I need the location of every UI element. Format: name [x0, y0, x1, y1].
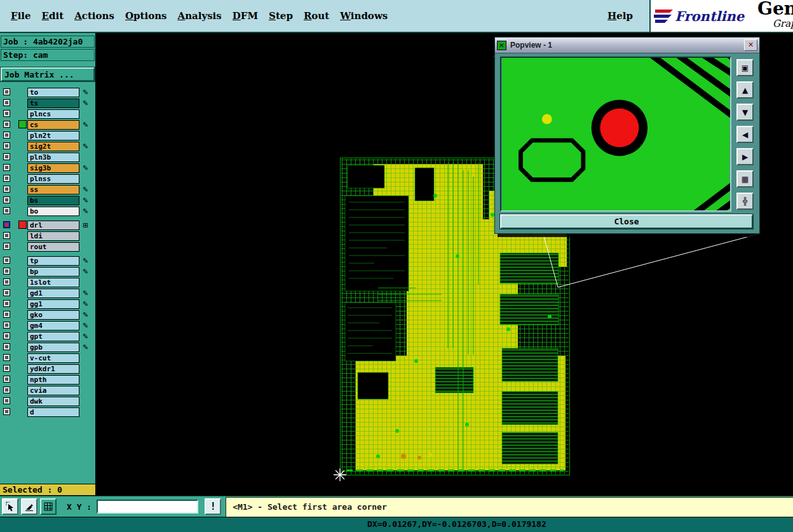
layer-row[interactable]: to ✎	[3, 88, 95, 97]
layer-visibility-checkbox[interactable]	[3, 243, 10, 250]
layer-name[interactable]: plncs	[27, 109, 79, 119]
layer-visibility-checkbox[interactable]	[3, 343, 10, 350]
popview-close-x-button[interactable]: ✕	[744, 39, 757, 51]
layer-name[interactable]: npth	[27, 375, 79, 385]
layer-row[interactable]: ldi	[3, 231, 95, 241]
layer-row[interactable]: bo ✎	[3, 207, 95, 216]
layer-row[interactable]: sig3b ✎	[3, 163, 95, 173]
layer-visibility-checkbox[interactable]	[3, 332, 10, 339]
layer-name[interactable]: bo	[27, 207, 79, 216]
menu-file[interactable]: File	[11, 10, 31, 22]
layer-visibility-checkbox[interactable]	[3, 268, 10, 275]
layer-row[interactable]: sig2t ✎	[3, 142, 95, 151]
layer-visibility-checkbox[interactable]	[3, 99, 10, 106]
layer-name[interactable]: bp	[27, 267, 79, 276]
layer-name[interactable]: bs	[27, 196, 79, 205]
layer-row[interactable]: v-cut	[3, 353, 95, 363]
layer-name[interactable]: cs	[27, 120, 79, 130]
popview-viewport[interactable]	[500, 57, 731, 212]
layer-name[interactable]: sig3b	[27, 163, 79, 173]
layer-row[interactable]: gm4 ✎	[3, 321, 95, 331]
layer-row[interactable]: ydkdr1	[3, 364, 95, 374]
layer-name[interactable]: ydkdr1	[27, 364, 79, 374]
layer-row[interactable]: bp ✎	[3, 267, 95, 276]
layer-name[interactable]: rout	[27, 242, 79, 252]
layer-name[interactable]: gg1	[27, 299, 79, 309]
layer-row[interactable]: ss ✎	[3, 185, 95, 194]
layer-visibility-checkbox[interactable]	[3, 110, 10, 117]
layer-row[interactable]: pln3b	[3, 153, 95, 162]
layer-name[interactable]: ldi	[27, 231, 79, 241]
popview-close-button[interactable]: Close	[500, 214, 753, 229]
layer-visibility-checkbox[interactable]	[3, 257, 10, 264]
job-matrix-button[interactable]: Job Matrix ...	[1, 67, 95, 81]
menu-step[interactable]: Step	[269, 10, 293, 22]
layer-name[interactable]: to	[27, 88, 79, 97]
layer-name[interactable]: gko	[27, 310, 79, 320]
menu-rout[interactable]: Rout	[304, 10, 329, 22]
layer-row[interactable]: rout	[3, 242, 95, 252]
layer-row[interactable]: ts ✎	[3, 99, 95, 108]
menu-options[interactable]: Options	[125, 10, 167, 22]
layer-visibility-checkbox[interactable]	[3, 289, 10, 296]
layer-row[interactable]: drl ⊞	[3, 221, 95, 230]
layer-name[interactable]: gm4	[27, 321, 79, 331]
popview-tool-button[interactable]: ▼	[736, 104, 754, 121]
layer-visibility-checkbox[interactable]	[3, 175, 10, 182]
layer-row[interactable]: cvia	[3, 386, 95, 395]
layer-visibility-checkbox[interactable]	[3, 207, 10, 214]
layer-visibility-checkbox[interactable]	[3, 397, 10, 404]
layer-visibility-checkbox[interactable]	[3, 408, 10, 415]
popview-tool-button[interactable]: ▶	[736, 148, 754, 165]
layer-visibility-checkbox[interactable]	[3, 153, 10, 160]
layer-name[interactable]: pln3b	[27, 153, 79, 162]
layer-row[interactable]: gg1 ✎	[3, 299, 95, 309]
layer-name[interactable]: ts	[27, 99, 79, 108]
layer-visibility-checkbox[interactable]	[3, 121, 10, 128]
menu-analysis[interactable]: Analysis	[178, 10, 222, 22]
layer-row[interactable]: npth	[3, 375, 95, 385]
layer-name[interactable]: sig2t	[27, 142, 79, 151]
menu-actions[interactable]: Actions	[74, 10, 114, 22]
layer-row[interactable]: gpb ✎	[3, 343, 95, 352]
layer-name[interactable]: drl	[27, 221, 79, 230]
layer-visibility-checkbox[interactable]	[3, 186, 10, 193]
layer-visibility-checkbox[interactable]	[3, 300, 10, 307]
layer-visibility-checkbox[interactable]	[3, 164, 10, 171]
layer-color-swatch[interactable]	[18, 221, 27, 229]
layer-name[interactable]: tp	[27, 256, 79, 266]
layer-visibility-checkbox[interactable]	[3, 354, 10, 361]
xy-input[interactable]	[97, 500, 198, 514]
select-tool-button[interactable]	[2, 498, 18, 515]
layer-visibility-checkbox[interactable]	[3, 322, 10, 329]
menu-windows[interactable]: Windows	[340, 10, 388, 22]
layer-row[interactable]: tp ✎	[3, 256, 95, 266]
layer-visibility-checkbox[interactable]	[3, 311, 10, 318]
layer-visibility-checkbox[interactable]	[3, 142, 10, 149]
layer-name[interactable]: d	[27, 407, 79, 417]
layer-name[interactable]: gpb	[27, 343, 79, 352]
popview-tool-button[interactable]: ◀	[736, 126, 754, 143]
layer-visibility-checkbox[interactable]	[3, 376, 10, 383]
layer-visibility-checkbox[interactable]	[3, 232, 10, 239]
layer-row[interactable]: d	[3, 407, 95, 417]
layer-name[interactable]: plnss	[27, 174, 79, 184]
layer-name[interactable]: 1slot	[27, 278, 79, 287]
menu-help[interactable]: Help	[607, 10, 633, 22]
main-canvas[interactable]: ✕ Popview - 1 ✕	[97, 33, 793, 496]
menu-edit[interactable]: Edit	[42, 10, 64, 22]
layer-name[interactable]: cvia	[27, 386, 79, 395]
layer-row[interactable]: gpt ✎	[3, 332, 95, 341]
layer-visibility-checkbox[interactable]	[3, 221, 10, 228]
layer-name[interactable]: dwk	[27, 397, 79, 406]
measure-tool-button[interactable]	[21, 498, 37, 515]
layer-row[interactable]: 1slot	[3, 278, 95, 287]
alert-button[interactable]: !	[205, 498, 221, 515]
layer-name[interactable]: ss	[27, 185, 79, 194]
layer-name[interactable]: pln2t	[27, 131, 79, 140]
layer-name[interactable]: gpt	[27, 332, 79, 341]
layer-name[interactable]: gd1	[27, 289, 79, 298]
layer-visibility-checkbox[interactable]	[3, 196, 10, 203]
layer-visibility-checkbox[interactable]	[3, 278, 10, 285]
layer-visibility-checkbox[interactable]	[3, 365, 10, 372]
